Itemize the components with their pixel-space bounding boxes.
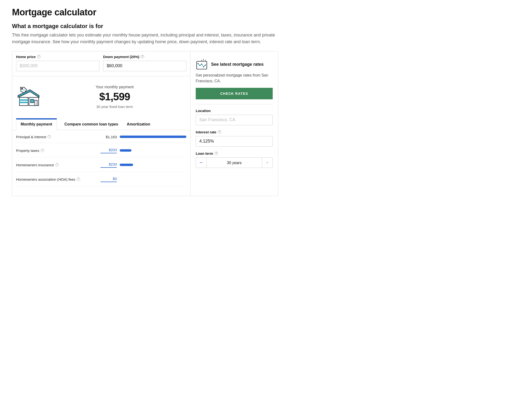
svg-rect-8 — [35, 100, 37, 105]
rates-title: See latest mortgage rates — [211, 62, 264, 67]
location-input[interactable] — [196, 115, 273, 125]
monthly-payment-label: Your monthly payment — [43, 85, 186, 89]
breakdown-bar — [120, 164, 186, 166]
loan-term-stepper: − 30 years + — [196, 157, 273, 168]
help-icon[interactable]: ? — [41, 149, 44, 152]
section-heading: What a mortgage calculator is for — [12, 23, 278, 30]
breakdown-row: Principal & interest?$1,163 — [16, 130, 186, 143]
svg-point-16 — [203, 66, 204, 67]
svg-rect-3 — [20, 97, 28, 105]
loan-term-increment[interactable]: + — [262, 158, 273, 168]
svg-point-15 — [201, 63, 202, 64]
breakdown-bar — [120, 178, 186, 180]
interest-rate-input[interactable] — [196, 136, 273, 146]
down-payment-label: Down payment (20%) — [103, 55, 139, 59]
svg-rect-7 — [31, 99, 34, 103]
svg-text:$: $ — [23, 89, 25, 92]
svg-point-17 — [205, 64, 206, 65]
location-label: Location — [196, 109, 211, 113]
help-icon[interactable]: ? — [215, 152, 218, 155]
breakdown-bar — [120, 136, 186, 138]
svg-point-0 — [21, 88, 23, 90]
loan-term-decrement[interactable]: − — [196, 158, 206, 168]
monthly-payment-term: 30 year fixed loan term — [43, 104, 186, 109]
house-price-icon: $ — [16, 86, 40, 107]
svg-line-10 — [205, 60, 206, 61]
breakdown-row-label: Homeowners insurance? — [16, 163, 98, 167]
tab-amortization[interactable]: Amortization — [126, 118, 151, 130]
help-icon[interactable]: ? — [141, 55, 144, 58]
help-icon[interactable]: ? — [48, 135, 51, 138]
home-price-input[interactable] — [16, 61, 99, 71]
breakdown-row-label: Homeowners association (HOA) fees? — [16, 177, 98, 181]
interest-rate-label: Interest rate — [196, 130, 216, 134]
rates-subtext: Get personalized mortgage rates from San… — [196, 73, 273, 84]
svg-rect-4 — [20, 99, 28, 101]
page-title: Mortgage calculator — [12, 7, 278, 18]
down-payment-input[interactable] — [103, 61, 186, 71]
intro-text: This free mortgage calculator lets you e… — [12, 32, 278, 45]
help-icon[interactable]: ? — [37, 55, 41, 58]
breakdown-row-label: Principal & interest? — [16, 135, 98, 139]
breakdown-row: Homeowners insurance?$233 — [16, 157, 186, 172]
help-icon[interactable]: ? — [218, 130, 221, 134]
tabs: Monthly paymentCompare common loan types… — [12, 118, 190, 130]
check-rates-button[interactable]: CHECK RATES — [196, 88, 273, 99]
breakdown-row: Property taxes?$203 — [16, 143, 186, 157]
rates-chart-icon — [196, 59, 208, 70]
breakdown-bar — [120, 149, 186, 152]
breakdown-row: Homeowners association (HOA) fees?$0 — [16, 172, 186, 186]
tab-compare-common-loan-types[interactable]: Compare common loan types — [63, 118, 119, 130]
home-price-label: Home price — [16, 55, 36, 59]
breakdown-value-input[interactable]: $233 — [101, 162, 117, 168]
help-icon[interactable]: ? — [55, 163, 59, 167]
tab-monthly-payment[interactable]: Monthly payment — [16, 118, 57, 130]
breakdown-row-label: Property taxes? — [16, 148, 98, 153]
svg-point-14 — [199, 65, 200, 66]
breakdown-value: $1,163 — [101, 135, 117, 139]
breakdown-list: Principal & interest?$1,163Property taxe… — [12, 130, 190, 196]
help-icon[interactable]: ? — [77, 177, 80, 181]
breakdown-value-input[interactable]: $203 — [101, 148, 117, 153]
svg-line-11 — [201, 60, 202, 61]
breakdown-value-input[interactable]: $0 — [101, 177, 117, 182]
loan-term-label: Loan term — [196, 151, 213, 156]
calculator-shell: Home price ? Down payment (20%) ? — [12, 51, 278, 196]
svg-point-13 — [198, 63, 199, 64]
monthly-payment-amount: $1,599 — [43, 91, 186, 103]
loan-term-value: 30 years — [206, 158, 262, 168]
svg-rect-5 — [20, 102, 28, 103]
